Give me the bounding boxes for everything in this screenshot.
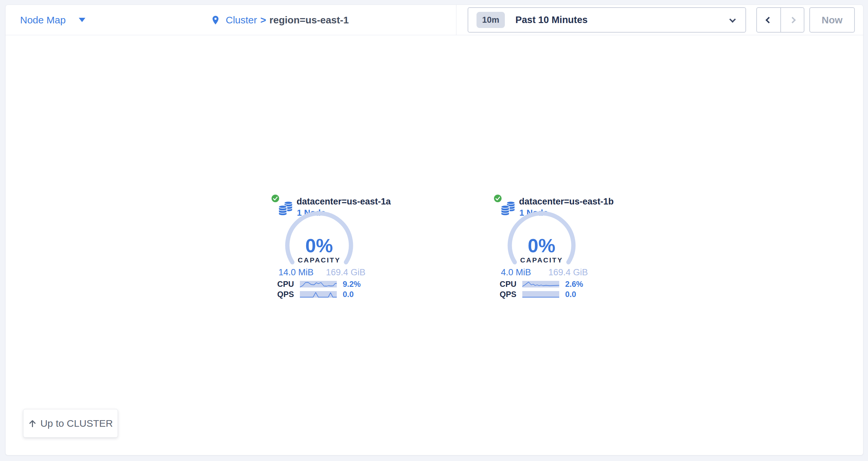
- datacenter-title: datacenter=us-east-1a: [297, 197, 391, 207]
- breadcrumb: Cluster > region=us-east-1: [211, 5, 349, 35]
- cpu-label: CPU: [274, 279, 294, 289]
- chevron-right-icon: [789, 17, 796, 23]
- up-to-cluster-button[interactable]: Up to CLUSTER: [23, 409, 118, 438]
- now-button[interactable]: Now: [809, 7, 855, 33]
- cpu-label: CPU: [496, 279, 516, 289]
- chevron-left-icon: [766, 17, 772, 23]
- qps-metric-row: QPS 0.0: [496, 290, 608, 299]
- main-panel: Node Map Cluster > region=us-east-1 10m …: [5, 5, 863, 455]
- cpu-metric-row: CPU 9.2%: [274, 279, 385, 289]
- datacenter-card-us-east-1a[interactable]: datacenter=us-east-1a 1 Node 0% CAPACITY…: [274, 193, 385, 303]
- capacity-range: 14.0 MiB 169.4 GiB: [278, 267, 366, 277]
- up-to-cluster-label: Up to CLUSTER: [40, 418, 113, 429]
- qps-sparkline: [300, 291, 337, 298]
- header-divider: [456, 5, 457, 35]
- cpu-value: 9.2%: [343, 279, 361, 289]
- capacity-range: 4.0 MiB 169.4 GiB: [501, 267, 588, 277]
- time-controls: 10m Past 10 Minutes Now: [468, 5, 855, 35]
- datacenter-card-us-east-1b[interactable]: datacenter=us-east-1b 1 Node 0% CAPACITY…: [496, 193, 608, 303]
- time-window-label: Past 10 Minutes: [516, 14, 588, 25]
- cpu-metric-row: CPU 2.6%: [496, 279, 608, 289]
- view-selector-dropdown[interactable]: Node Map: [20, 5, 85, 35]
- time-step-forward-button[interactable]: [780, 8, 804, 32]
- cpu-sparkline: [522, 281, 559, 288]
- capacity-used: 4.0 MiB: [501, 267, 531, 277]
- breadcrumb-separator: >: [260, 14, 266, 26]
- qps-label: QPS: [496, 290, 516, 299]
- view-selector-label: Node Map: [20, 14, 66, 26]
- time-step-back-button[interactable]: [757, 8, 780, 32]
- time-step-buttons: [756, 7, 804, 33]
- cpu-value: 2.6%: [565, 279, 583, 289]
- cpu-sparkline: [300, 281, 337, 288]
- capacity-total: 169.4 GiB: [326, 267, 366, 277]
- qps-sparkline: [522, 291, 559, 298]
- breadcrumb-current: region=us-east-1: [270, 14, 349, 26]
- datacenter-title: datacenter=us-east-1b: [519, 197, 614, 207]
- capacity-label: CAPACITY: [507, 256, 576, 264]
- qps-value: 0.0: [343, 290, 353, 299]
- time-window-badge: 10m: [476, 12, 505, 28]
- qps-label: QPS: [274, 290, 294, 299]
- node-map-canvas: datacenter=us-east-1a 1 Node 0% CAPACITY…: [6, 35, 863, 455]
- qps-metric-row: QPS 0.0: [274, 290, 385, 299]
- arrow-up-icon: [28, 419, 37, 428]
- location-pin-icon: [211, 14, 220, 26]
- chevron-down-icon: [729, 16, 736, 23]
- qps-value: 0.0: [565, 290, 576, 299]
- breadcrumb-cluster-link[interactable]: Cluster: [226, 14, 257, 26]
- header-bar: Node Map Cluster > region=us-east-1 10m …: [6, 5, 863, 35]
- capacity-percent: 0%: [285, 234, 353, 257]
- capacity-total: 169.4 GiB: [548, 267, 588, 277]
- capacity-label: CAPACITY: [285, 256, 353, 264]
- caret-down-icon: [79, 18, 85, 22]
- time-window-dropdown[interactable]: 10m Past 10 Minutes: [468, 7, 746, 33]
- capacity-percent: 0%: [507, 234, 576, 257]
- capacity-used: 14.0 MiB: [278, 267, 314, 277]
